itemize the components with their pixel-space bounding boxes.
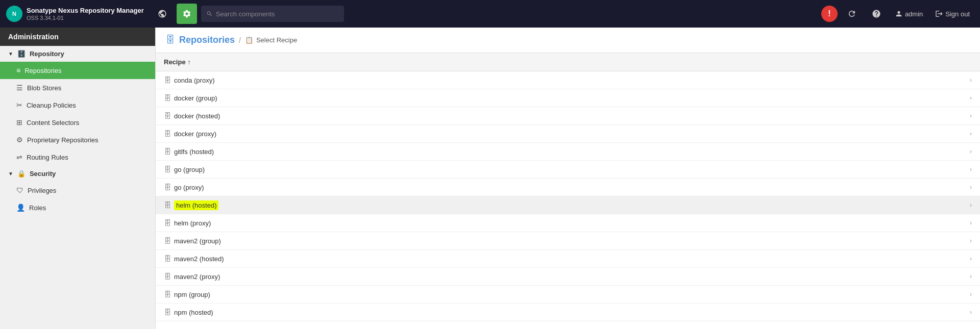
row-arrow[interactable]: › <box>962 196 980 214</box>
user-label: admin <box>905 10 923 18</box>
top-navigation: N Sonatype Nexus Repository Manager OSS … <box>0 0 980 28</box>
breadcrumb-separator: / <box>239 36 241 44</box>
admin-header: Administration <box>0 28 155 46</box>
recipe-cell: 🗄maven2 (hosted) <box>156 250 962 268</box>
recipe-cell: 🗄npm (hosted) <box>156 303 962 321</box>
recipe-cell: 🗄go (proxy) <box>156 179 962 196</box>
user-icon <box>895 10 903 18</box>
row-db-icon: 🗄 <box>164 130 171 138</box>
recipe-cell: 🗄docker (hosted) <box>156 107 962 125</box>
table-row[interactable]: 🗄conda (proxy)› <box>156 71 980 89</box>
row-db-icon: 🗄 <box>164 272 171 281</box>
alert-icon[interactable]: ! <box>821 6 838 22</box>
row-arrow[interactable]: › <box>962 268 980 286</box>
refresh-button[interactable] <box>842 4 862 24</box>
admin-button[interactable] <box>177 4 197 24</box>
breadcrumb-sub: 📋 Select Recipe <box>245 36 297 44</box>
table-row[interactable]: 🗄helm (hosted)› <box>156 196 980 214</box>
proprietary-icon: ⚙ <box>16 136 23 144</box>
row-arrow[interactable]: › <box>962 143 980 161</box>
row-arrow[interactable]: › <box>962 125 980 143</box>
row-arrow[interactable]: › <box>962 286 980 303</box>
recipe-table-container: Recipe ↑ 🗄conda (proxy)›🗄docker (group)›… <box>156 53 980 329</box>
security-section-icon: 🔒 <box>17 170 26 178</box>
arrow-column-header <box>962 53 980 71</box>
sidebar-section-label: Repository <box>30 50 64 58</box>
row-arrow[interactable]: › <box>962 179 980 196</box>
sidebar-item-privileges[interactable]: 🛡 Privileges <box>0 182 155 199</box>
user-button[interactable]: admin <box>891 8 927 20</box>
table-row[interactable]: 🗄maven2 (group)› <box>156 232 980 250</box>
search-input[interactable] <box>216 10 339 18</box>
sidebar-item-label: Routing Rules <box>27 154 68 161</box>
breadcrumb-title[interactable]: Repositories <box>179 35 235 45</box>
sidebar-item-blob-stores[interactable]: ☰ Blob Stores <box>0 79 155 96</box>
row-arrow[interactable]: › <box>962 107 980 125</box>
signout-icon <box>935 10 943 18</box>
recipe-cell: 🗄npm (group) <box>156 286 962 303</box>
recipe-cell: 🗄maven2 (proxy) <box>156 268 962 286</box>
row-arrow[interactable]: › <box>962 161 980 179</box>
row-db-icon: 🗄 <box>164 201 171 209</box>
recipe-cell: 🗄maven2 (group) <box>156 232 962 250</box>
table-row[interactable]: 🗄maven2 (proxy)› <box>156 268 980 286</box>
row-db-icon: 🗄 <box>164 147 171 156</box>
routing-icon: ⇌ <box>16 153 22 161</box>
sidebar-item-label: Proprietary Repositories <box>27 136 98 144</box>
row-db-icon: 🗄 <box>164 94 171 102</box>
content-selectors-icon: ⊞ <box>16 118 22 126</box>
recipe-cell: 🗄docker (proxy) <box>156 125 962 143</box>
table-row[interactable]: 🗄go (group)› <box>156 161 980 179</box>
sidebar-item-cleanup-policies[interactable]: ✂ Cleanup Policies <box>0 96 155 114</box>
recipe-cell: 🗄conda (proxy) <box>156 71 962 89</box>
breadcrumb-sub-label: Select Recipe <box>256 36 297 44</box>
sidebar-section-label: Security <box>30 170 56 178</box>
row-arrow[interactable]: › <box>962 214 980 232</box>
row-arrow[interactable]: › <box>962 250 980 268</box>
sidebar-item-routing-rules[interactable]: ⇌ Routing Rules <box>0 148 155 166</box>
signout-button[interactable]: Sign out <box>931 8 974 20</box>
sidebar-section-repository[interactable]: ▼ 🗄️ Repository <box>0 46 155 62</box>
sidebar-section-security[interactable]: ▼ 🔒 Security <box>0 166 155 182</box>
table-row[interactable]: 🗄npm (hosted)› <box>156 303 980 321</box>
row-db-icon: 🗄 <box>164 237 171 245</box>
recipe-cell: 🗄helm (proxy) <box>156 214 962 232</box>
table-row[interactable]: 🗄docker (group)› <box>156 89 980 107</box>
row-db-icon: 🗄 <box>164 183 171 191</box>
table-row[interactable]: 🗄go (proxy)› <box>156 179 980 196</box>
signout-label: Sign out <box>945 10 970 18</box>
brand-logo: N <box>6 6 22 22</box>
sidebar-item-roles[interactable]: 👤 Roles <box>0 199 155 216</box>
row-arrow[interactable]: › <box>962 89 980 107</box>
row-arrow[interactable]: › <box>962 71 980 89</box>
brand-text: Sonatype Nexus Repository Manager OSS 3.… <box>27 7 144 21</box>
sidebar-item-label: Content Selectors <box>27 119 79 126</box>
row-db-icon: 🗄 <box>164 112 171 120</box>
table-row[interactable]: 🗄npm (group)› <box>156 286 980 303</box>
table-row[interactable]: 🗄docker (proxy)› <box>156 125 980 143</box>
sidebar-item-label: Privileges <box>28 187 56 194</box>
breadcrumb: 🗄 Repositories / 📋 Select Recipe <box>156 28 980 53</box>
sidebar-item-repositories[interactable]: ≡ Repositories <box>0 62 155 79</box>
browse-button[interactable] <box>152 4 173 24</box>
table-row[interactable]: 🗄docker (hosted)› <box>156 107 980 125</box>
search-bar[interactable] <box>201 6 344 22</box>
sidebar: Administration ▼ 🗄️ Repository ≡ Reposit… <box>0 28 156 329</box>
sidebar-item-label: Roles <box>29 204 46 212</box>
sidebar-item-proprietary-repositories[interactable]: ⚙ Proprietary Repositories <box>0 131 155 148</box>
recipe-table: Recipe ↑ 🗄conda (proxy)›🗄docker (group)›… <box>156 53 980 321</box>
row-db-icon: 🗄 <box>164 308 171 316</box>
sidebar-item-label: Repositories <box>24 67 61 74</box>
recipe-column-header[interactable]: Recipe ↑ <box>156 53 962 71</box>
help-button[interactable] <box>866 4 887 24</box>
privileges-icon: 🛡 <box>16 186 23 194</box>
table-row[interactable]: 🗄maven2 (hosted)› <box>156 250 980 268</box>
search-icon <box>206 10 213 17</box>
table-row[interactable]: 🗄gitlfs (hosted)› <box>156 143 980 161</box>
row-arrow[interactable]: › <box>962 303 980 321</box>
sidebar-item-label: Blob Stores <box>27 84 61 92</box>
roles-icon: 👤 <box>16 204 25 212</box>
table-row[interactable]: 🗄helm (proxy)› <box>156 214 980 232</box>
sidebar-item-content-selectors[interactable]: ⊞ Content Selectors <box>0 114 155 131</box>
row-arrow[interactable]: › <box>962 232 980 250</box>
